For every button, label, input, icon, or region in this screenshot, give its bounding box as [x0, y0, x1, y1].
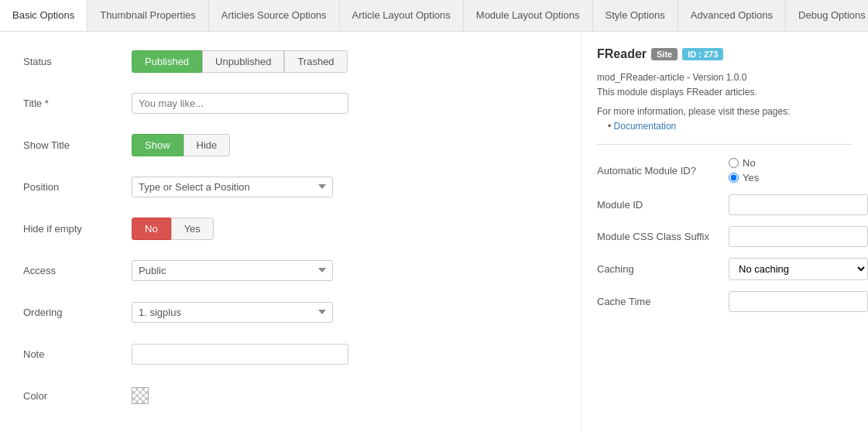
ordering-select[interactable]: 1. sigplus [132, 302, 333, 323]
right-panel: FReader Site ID : 273 mod_FReader-articl… [582, 32, 868, 432]
color-row: Color [23, 382, 558, 410]
hide-if-empty-btn-group: No Yes [132, 218, 558, 240]
tab-module-layout-options[interactable]: Module Layout Options [464, 0, 593, 31]
cache-time-control: 900 [729, 291, 868, 312]
main-content: Status Published Unpublished Trashed Tit… [0, 32, 868, 432]
module-version: mod_FReader-article - Version 1.0.0 [597, 70, 853, 85]
color-label: Color [23, 390, 132, 402]
show-title-control: Show Hide [132, 134, 558, 156]
status-unpublished-button[interactable]: Unpublished [202, 50, 284, 73]
tab-style-options[interactable]: Style Options [593, 0, 678, 31]
tab-thumbnail-properties[interactable]: Thumbnail Properties [87, 0, 209, 31]
hide-if-empty-row: Hide if empty No Yes [23, 214, 558, 242]
status-btn-group: Published Unpublished Trashed [132, 50, 558, 73]
show-title-label: Show Title [23, 139, 132, 151]
tab-basic-options[interactable]: Basic Options [0, 0, 87, 32]
cache-time-label: Cache Time [597, 296, 729, 307]
show-title-row: Show Title Show Hide [23, 131, 558, 159]
divider [597, 144, 853, 145]
tab-debug-options[interactable]: Debug Options [786, 0, 868, 31]
radio-yes-input[interactable] [729, 173, 739, 183]
module-id-row: Module ID [597, 194, 853, 215]
hide-if-empty-label: Hide if empty [23, 223, 132, 235]
module-more-info: For more information, please visit these… [597, 106, 853, 117]
position-row: Position Type or Select a Position [23, 173, 558, 201]
title-input[interactable] [132, 93, 348, 114]
ordering-control: 1. sigplus [132, 302, 558, 323]
badge-site: Site [651, 48, 678, 60]
status-published-button[interactable]: Published [132, 50, 202, 73]
tab-advanced-options[interactable]: Advanced Options [678, 0, 786, 31]
status-label: Status [23, 56, 132, 67]
tab-article-layout-options[interactable]: Article Layout Options [340, 0, 464, 31]
hide-if-empty-control: No Yes [132, 218, 558, 240]
note-label: Note [23, 348, 132, 360]
access-control: Public [132, 260, 558, 281]
note-input[interactable] [132, 344, 348, 365]
module-id-label: Module ID [597, 199, 729, 211]
color-control [132, 387, 558, 404]
module-title: FReader [597, 47, 647, 61]
automatic-module-id-label: Automatic Module ID? [597, 165, 729, 177]
automatic-module-id-row: Automatic Module ID? No Yes [597, 157, 853, 183]
title-row: Title * [23, 89, 558, 117]
module-header: FReader Site ID : 273 [597, 47, 853, 61]
left-panel: Status Published Unpublished Trashed Tit… [0, 32, 582, 432]
status-row: Status Published Unpublished Trashed [23, 47, 558, 75]
access-row: Access Public [23, 256, 558, 284]
access-select[interactable]: Public [132, 260, 333, 281]
position-select[interactable]: Type or Select a Position [132, 177, 333, 197]
radio-no-label: No [743, 157, 756, 169]
note-control [132, 344, 558, 365]
cache-time-row: Cache Time 900 [597, 291, 853, 312]
position-control: Type or Select a Position [132, 177, 558, 197]
module-css-control [729, 226, 868, 247]
radio-no-item[interactable]: No [729, 157, 853, 169]
tab-articles-source-options[interactable]: Articles Source Options [209, 0, 340, 31]
module-css-row: Module CSS Class Suffix [597, 226, 853, 247]
ordering-row: Ordering 1. sigplus [23, 298, 558, 326]
cache-time-input[interactable]: 900 [729, 291, 868, 312]
access-label: Access [23, 265, 132, 276]
hide-button[interactable]: Hide [184, 134, 231, 156]
module-css-label: Module CSS Class Suffix [597, 231, 729, 242]
automatic-module-id-control: No Yes [729, 157, 853, 183]
module-info: mod_FReader-article - Version 1.0.0 This… [597, 70, 853, 100]
title-label: Title * [23, 98, 132, 109]
caching-row: Caching No caching [597, 258, 853, 280]
badge-id: ID : 273 [682, 48, 723, 60]
documentation-link[interactable]: Documentation [614, 121, 677, 132]
radio-no-input[interactable] [729, 158, 739, 168]
module-description: This module displays FReader articles. [597, 85, 853, 100]
position-label: Position [23, 181, 132, 193]
title-control [132, 93, 558, 114]
caching-control: No caching [729, 258, 868, 280]
show-title-btn-group: Show Hide [132, 134, 558, 156]
status-trashed-button[interactable]: Trashed [284, 50, 347, 73]
radio-yes-item[interactable]: Yes [729, 172, 853, 183]
module-id-control [729, 194, 868, 215]
caching-select[interactable]: No caching [729, 258, 868, 280]
note-row: Note [23, 340, 558, 368]
color-picker[interactable] [132, 387, 149, 404]
module-css-input[interactable] [729, 226, 868, 247]
hide-yes-button[interactable]: Yes [171, 218, 214, 240]
module-id-input[interactable] [729, 194, 868, 215]
radio-yes-label: Yes [743, 172, 759, 183]
hide-no-button[interactable]: No [132, 218, 171, 240]
tab-bar: Basic Options Thumbnail Properties Artic… [0, 0, 868, 32]
status-control: Published Unpublished Trashed [132, 50, 558, 73]
caching-label: Caching [597, 263, 729, 275]
show-button[interactable]: Show [132, 134, 184, 156]
ordering-label: Ordering [23, 307, 132, 318]
